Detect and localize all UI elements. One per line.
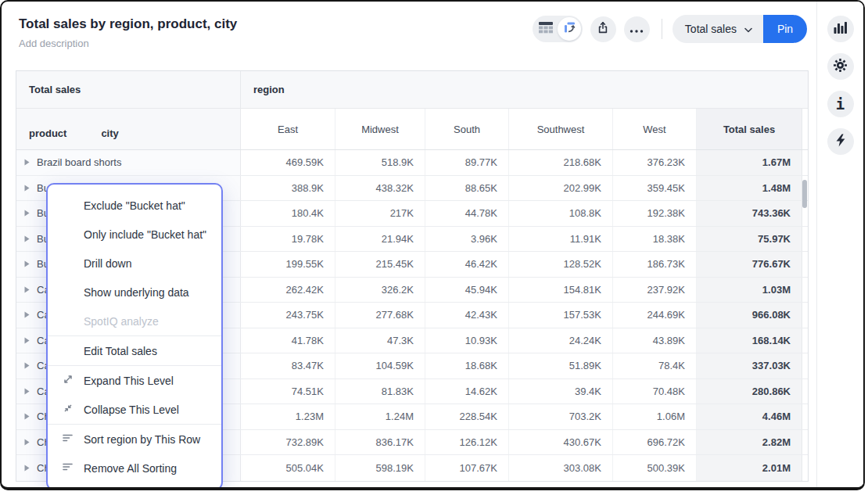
value-cell[interactable]: 277.68K (335, 303, 425, 328)
total-value-cell[interactable]: 75.97K (696, 227, 802, 252)
value-cell[interactable]: 108.8K (508, 201, 612, 226)
row-dimensions-header-cell[interactable]: product city (16, 109, 241, 149)
expand-row-icon[interactable] (24, 233, 30, 245)
total-value-cell[interactable]: 743.36K (696, 201, 802, 226)
value-cell[interactable]: 39.4K (508, 379, 612, 404)
value-cell[interactable]: 438.32K (335, 176, 425, 201)
value-cell[interactable]: 215.45K (335, 252, 425, 277)
value-cell[interactable]: 1.23M (241, 404, 335, 429)
share-button[interactable] (590, 16, 616, 42)
value-cell[interactable]: 42.43K (425, 303, 508, 328)
value-cell[interactable]: 19.78K (241, 227, 335, 252)
product-header-label[interactable]: product (29, 127, 66, 139)
value-cell[interactable]: 11.91K (508, 227, 612, 252)
menu-item-expand-this-level[interactable]: Expand This Level (48, 366, 221, 395)
total-value-cell[interactable]: 1.03M (696, 278, 802, 303)
menu-item-edit-total-sales[interactable]: Edit Total sales (48, 336, 221, 365)
value-cell[interactable]: 43.89K (612, 328, 696, 353)
menu-item-only-include-bucket-hat[interactable]: Only include "Bucket hat" (48, 220, 221, 249)
value-cell[interactable]: 74.51K (241, 379, 335, 404)
value-cell[interactable]: 836.17K (335, 430, 425, 455)
value-cell[interactable]: 262.42K (241, 278, 335, 303)
column-header-southwest[interactable]: Southwest (508, 109, 612, 149)
expand-row-icon[interactable] (24, 360, 30, 371)
value-cell[interactable]: 518.9K (335, 150, 425, 175)
expand-row-icon[interactable] (24, 156, 30, 168)
city-header-label[interactable]: city (101, 127, 118, 139)
total-value-cell[interactable]: 337.03K (696, 353, 802, 378)
column-group-header-cell[interactable]: region (241, 71, 808, 108)
value-cell[interactable]: 46.42K (425, 252, 508, 277)
value-cell[interactable]: 303.08K (508, 455, 612, 481)
value-cell[interactable]: 505.04K (241, 455, 335, 481)
vertical-scrollbar-thumb[interactable] (802, 180, 807, 208)
value-cell[interactable]: 21.94K (335, 227, 425, 252)
value-cell[interactable]: 107.67K (425, 455, 508, 481)
value-cell[interactable]: 89.77K (425, 150, 508, 175)
spotiq-button[interactable] (827, 128, 854, 155)
add-description-link[interactable]: Add description (19, 38, 237, 49)
value-cell[interactable]: 217K (335, 201, 425, 226)
total-value-cell[interactable]: 966.08K (696, 303, 802, 328)
value-cell[interactable]: 1.24M (335, 404, 425, 429)
measure-dropdown[interactable]: Total sales (673, 15, 763, 43)
value-cell[interactable]: 326.2K (335, 278, 425, 303)
menu-item-remove-all-sorting[interactable]: Remove All Sorting (48, 454, 221, 482)
column-header-south[interactable]: South (425, 109, 508, 149)
value-cell[interactable]: 88.65K (425, 176, 508, 201)
column-header-total-sales[interactable]: Total sales (696, 109, 802, 149)
expand-row-icon[interactable] (24, 182, 30, 194)
value-cell[interactable]: 70.48K (612, 379, 696, 404)
value-cell[interactable]: 24.24K (508, 328, 612, 353)
expand-row-icon[interactable] (24, 258, 30, 270)
value-cell[interactable]: 47.3K (335, 328, 425, 353)
value-cell[interactable]: 192.38K (612, 201, 696, 226)
column-header-west[interactable]: West (612, 109, 696, 149)
expand-row-icon[interactable] (24, 386, 30, 397)
value-cell[interactable]: 202.99K (508, 176, 612, 201)
value-cell[interactable]: 186.73K (612, 252, 696, 277)
value-cell[interactable]: 244.69K (612, 303, 696, 328)
settings-button[interactable] (827, 53, 854, 80)
row-label-cell[interactable]: Brazil board shorts (16, 150, 241, 175)
total-value-cell[interactable]: 2.01M (696, 455, 802, 481)
value-cell[interactable]: 78.4K (612, 353, 696, 378)
value-cell[interactable]: 696.72K (612, 430, 696, 455)
value-cell[interactable]: 430.67K (508, 430, 612, 455)
value-cell[interactable]: 243.75K (241, 303, 335, 328)
total-value-cell[interactable]: 4.46M (696, 404, 802, 429)
value-cell[interactable]: 154.81K (508, 278, 612, 303)
chart-panel-button[interactable] (827, 16, 854, 42)
value-cell[interactable]: 237.92K (612, 278, 696, 303)
pin-button[interactable]: Pin (763, 15, 807, 43)
expand-row-icon[interactable] (24, 309, 30, 321)
total-value-cell[interactable]: 1.67M (696, 150, 802, 175)
value-cell[interactable]: 1.06M (612, 404, 696, 429)
value-cell[interactable]: 41.78K (241, 328, 335, 353)
total-value-cell[interactable]: 776.67K (696, 252, 802, 277)
column-header-east[interactable]: East (241, 109, 335, 149)
expand-row-icon[interactable] (24, 335, 30, 346)
value-cell[interactable]: 3.96K (425, 227, 508, 252)
value-cell[interactable]: 732.89K (241, 430, 335, 455)
value-cell[interactable]: 388.9K (241, 176, 335, 201)
total-value-cell[interactable]: 280.86K (696, 379, 802, 404)
value-cell[interactable]: 228.54K (425, 404, 508, 429)
value-cell[interactable]: 469.59K (241, 150, 335, 175)
value-cell[interactable]: 83.47K (241, 353, 335, 378)
total-value-cell[interactable]: 2.82M (696, 430, 802, 455)
value-cell[interactable]: 218.68K (508, 150, 612, 175)
value-cell[interactable]: 199.55K (241, 252, 335, 277)
expand-row-icon[interactable] (24, 284, 30, 296)
expand-row-icon[interactable] (24, 411, 30, 422)
value-cell[interactable]: 376.23K (612, 150, 696, 175)
pivot-view-button[interactable] (558, 17, 581, 41)
expand-row-icon[interactable] (24, 207, 30, 219)
measure-header-cell[interactable]: Total sales (16, 71, 241, 108)
value-cell[interactable]: 500.39K (612, 455, 696, 481)
value-cell[interactable]: 18.38K (612, 227, 696, 252)
menu-item-collapse-this-level[interactable]: Collapse This Level (48, 395, 221, 424)
column-header-midwest[interactable]: Midwest (335, 109, 425, 149)
value-cell[interactable]: 45.94K (425, 278, 508, 303)
table-view-button[interactable] (534, 17, 558, 41)
